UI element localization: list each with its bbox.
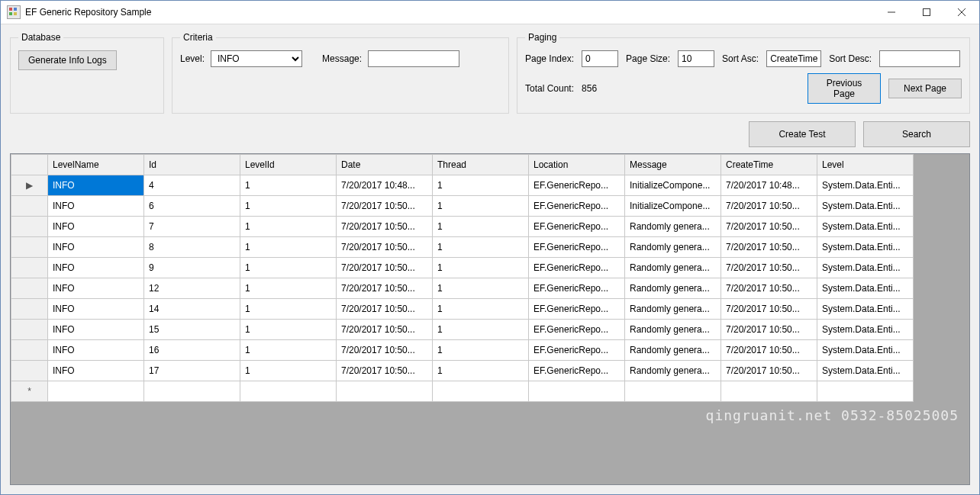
row-header[interactable]: [11, 320, 48, 340]
cell[interactable]: INFO: [48, 340, 144, 361]
cell[interactable]: EF.GenericRepo...: [529, 299, 625, 320]
cell[interactable]: System.Data.Enti...: [817, 175, 914, 196]
cell[interactable]: EF.GenericRepo...: [529, 217, 625, 237]
column-header[interactable]: Level: [817, 155, 914, 175]
cell[interactable]: 7/20/2017 10:50...: [337, 299, 433, 320]
cell[interactable]: 7/20/2017 10:50...: [721, 361, 817, 381]
cell[interactable]: INFO: [48, 217, 144, 237]
cell[interactable]: INFO: [48, 196, 144, 217]
cell[interactable]: 7/20/2017 10:50...: [337, 340, 433, 361]
cell[interactable]: 15: [144, 320, 240, 340]
cell[interactable]: 1: [240, 361, 337, 381]
row-header-new[interactable]: *: [11, 381, 48, 402]
cell[interactable]: 7/20/2017 10:50...: [337, 278, 433, 299]
row-header[interactable]: [11, 278, 48, 299]
cell[interactable]: EF.GenericRepo...: [529, 237, 625, 258]
column-header[interactable]: Message: [625, 155, 721, 175]
table-row[interactable]: INFO1517/20/2017 10:50...1EF.GenericRepo…: [11, 320, 914, 340]
cell[interactable]: 4: [144, 175, 240, 196]
row-header[interactable]: [11, 217, 48, 237]
cell[interactable]: 7/20/2017 10:50...: [721, 237, 817, 258]
table-row[interactable]: INFO917/20/2017 10:50...1EF.GenericRepo.…: [11, 258, 914, 278]
cell[interactable]: 1: [433, 237, 529, 258]
cell[interactable]: INFO: [48, 278, 144, 299]
cell[interactable]: 7/20/2017 10:50...: [337, 361, 433, 381]
cell[interactable]: 12: [144, 278, 240, 299]
cell[interactable]: 1: [433, 258, 529, 278]
cell[interactable]: INFO: [48, 361, 144, 381]
cell[interactable]: System.Data.Enti...: [817, 320, 914, 340]
cell[interactable]: Randomly genera...: [625, 237, 721, 258]
cell[interactable]: Randomly genera...: [625, 299, 721, 320]
row-header[interactable]: [11, 361, 48, 381]
cell[interactable]: 14: [144, 299, 240, 320]
cell[interactable]: 9: [144, 258, 240, 278]
previous-page-button[interactable]: Previous Page: [808, 73, 881, 104]
cell[interactable]: 1: [433, 299, 529, 320]
column-header[interactable]: CreateTime: [721, 155, 817, 175]
cell[interactable]: 1: [240, 340, 337, 361]
cell[interactable]: 1: [433, 217, 529, 237]
row-header[interactable]: [11, 196, 48, 217]
cell[interactable]: 8: [144, 237, 240, 258]
cell[interactable]: 1: [240, 237, 337, 258]
cell[interactable]: [625, 381, 721, 402]
cell[interactable]: 1: [240, 217, 337, 237]
cell[interactable]: 7/20/2017 10:50...: [721, 299, 817, 320]
page-index-input[interactable]: [582, 50, 618, 67]
cell[interactable]: 1: [433, 196, 529, 217]
cell[interactable]: EF.GenericRepo...: [529, 258, 625, 278]
table-row[interactable]: INFO717/20/2017 10:50...1EF.GenericRepo.…: [11, 217, 914, 237]
cell[interactable]: [721, 381, 817, 402]
cell[interactable]: [337, 381, 433, 402]
cell[interactable]: 7/20/2017 10:48...: [721, 175, 817, 196]
cell[interactable]: InitializeCompone...: [625, 175, 721, 196]
cell[interactable]: System.Data.Enti...: [817, 340, 914, 361]
cell[interactable]: 7/20/2017 10:50...: [721, 278, 817, 299]
cell[interactable]: EF.GenericRepo...: [529, 278, 625, 299]
cell[interactable]: 1: [240, 278, 337, 299]
cell[interactable]: 1: [240, 175, 337, 196]
row-header-corner[interactable]: [11, 155, 48, 175]
cell[interactable]: 1: [240, 258, 337, 278]
table-row[interactable]: INFO1617/20/2017 10:50...1EF.GenericRepo…: [11, 340, 914, 361]
close-button[interactable]: [944, 2, 979, 24]
row-header[interactable]: ▶: [11, 175, 48, 196]
level-select[interactable]: INFO: [211, 50, 302, 67]
cell[interactable]: 16: [144, 340, 240, 361]
cell[interactable]: 7/20/2017 10:50...: [337, 320, 433, 340]
cell[interactable]: System.Data.Enti...: [817, 196, 914, 217]
cell[interactable]: 7/20/2017 10:50...: [721, 320, 817, 340]
column-header[interactable]: LevelId: [240, 155, 337, 175]
cell[interactable]: [48, 381, 144, 402]
cell[interactable]: EF.GenericRepo...: [529, 196, 625, 217]
cell[interactable]: INFO: [48, 237, 144, 258]
table-row[interactable]: INFO1217/20/2017 10:50...1EF.GenericRepo…: [11, 278, 914, 299]
maximize-button[interactable]: [909, 2, 944, 24]
cell[interactable]: 1: [240, 299, 337, 320]
cell[interactable]: 7/20/2017 10:50...: [721, 196, 817, 217]
cell[interactable]: 7/20/2017 10:50...: [337, 258, 433, 278]
table-row[interactable]: INFO1717/20/2017 10:50...1EF.GenericRepo…: [11, 361, 914, 381]
create-test-button[interactable]: Create Test: [749, 121, 856, 147]
cell[interactable]: 1: [433, 175, 529, 196]
sort-desc-input[interactable]: [879, 50, 960, 67]
cell[interactable]: 7/20/2017 10:50...: [721, 258, 817, 278]
cell[interactable]: EF.GenericRepo...: [529, 361, 625, 381]
cell[interactable]: [529, 381, 625, 402]
cell[interactable]: [433, 381, 529, 402]
table-row-new[interactable]: *: [11, 381, 914, 402]
cell[interactable]: 7: [144, 217, 240, 237]
row-header[interactable]: [11, 299, 48, 320]
cell[interactable]: EF.GenericRepo...: [529, 340, 625, 361]
cell[interactable]: Randomly genera...: [625, 320, 721, 340]
cell[interactable]: [817, 381, 914, 402]
cell[interactable]: INFO: [48, 299, 144, 320]
page-size-input[interactable]: [678, 50, 714, 67]
row-header[interactable]: [11, 258, 48, 278]
cell[interactable]: INFO: [48, 258, 144, 278]
cell[interactable]: System.Data.Enti...: [817, 237, 914, 258]
cell[interactable]: 7/20/2017 10:48...: [337, 175, 433, 196]
cell[interactable]: 17: [144, 361, 240, 381]
cell[interactable]: 7/20/2017 10:50...: [721, 217, 817, 237]
